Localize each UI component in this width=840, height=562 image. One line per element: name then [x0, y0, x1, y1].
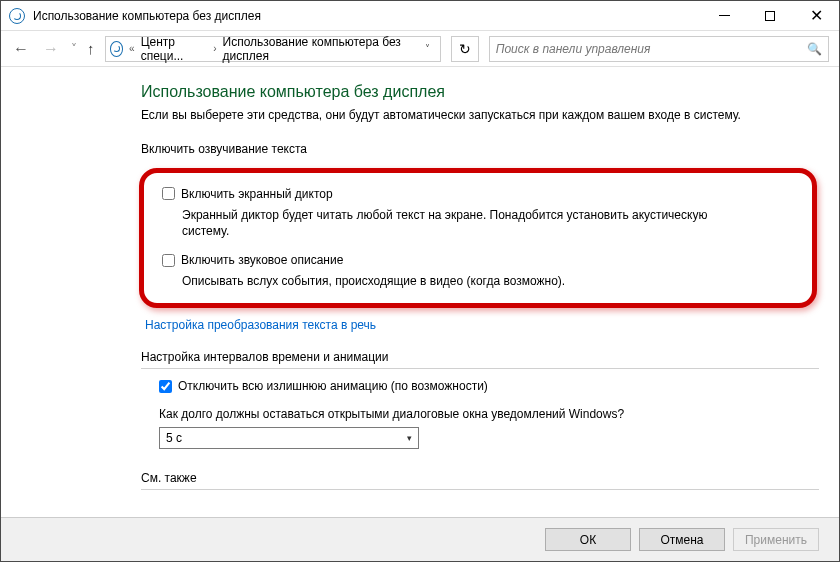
footer: ОК Отмена Применить: [1, 517, 839, 561]
animation-option: Отключить всю излишнюю анимацию (по возм…: [159, 379, 819, 393]
apply-button[interactable]: Применить: [733, 528, 819, 551]
close-button[interactable]: ✕: [793, 1, 839, 31]
accessibility-icon: [9, 8, 25, 24]
address-dropdown[interactable]: ˅: [419, 43, 436, 54]
highlight-annotation: Включить экранный диктор Экранный диктор…: [139, 168, 817, 309]
page-title: Использование компьютера без дисплея: [141, 83, 819, 101]
section-header-narration: Включить озвучивание текста: [141, 142, 819, 160]
notification-duration-label: Как долго должны оставаться открытыми ди…: [159, 407, 819, 421]
tts-settings-link[interactable]: Настройка преобразования текста в речь: [145, 318, 819, 332]
content-area: Использование компьютера без дисплея Есл…: [1, 67, 839, 517]
cancel-button[interactable]: Отмена: [639, 528, 725, 551]
narrator-checkbox[interactable]: [162, 187, 175, 200]
narrator-checkbox-row[interactable]: Включить экранный диктор: [162, 187, 794, 201]
search-icon: 🔍: [807, 42, 822, 56]
up-button[interactable]: ↑: [87, 40, 95, 57]
audio-desc-checkbox[interactable]: [162, 254, 175, 267]
audio-desc-label: Включить звуковое описание: [181, 253, 343, 267]
narrator-option: Включить экранный диктор Экранный диктор…: [162, 187, 794, 239]
animation-checkbox[interactable]: [159, 380, 172, 393]
breadcrumb-item[interactable]: Центр специ...: [141, 35, 208, 63]
audio-desc-option: Включить звуковое описание Описывать всл…: [162, 253, 794, 289]
animation-checkbox-row[interactable]: Отключить всю излишнюю анимацию (по возм…: [159, 379, 819, 393]
select-value: 5 с: [166, 431, 407, 445]
search-input[interactable]: Поиск в панели управления 🔍: [489, 36, 829, 62]
titlebar: Использование компьютера без дисплея ✕: [1, 1, 839, 31]
narrator-description: Экранный диктор будет читать любой текст…: [182, 207, 742, 239]
nav-separator: ˅: [71, 42, 77, 56]
see-also-header: См. также: [141, 471, 819, 490]
minimize-button[interactable]: [701, 1, 747, 31]
window: Использование компьютера без дисплея ✕ ←…: [0, 0, 840, 562]
audio-desc-checkbox-row[interactable]: Включить звуковое описание: [162, 253, 794, 267]
section-header-timing: Настройка интервалов времени и анимации: [141, 350, 819, 369]
accessibility-icon: [110, 41, 124, 57]
notification-duration-select[interactable]: 5 с ▾: [159, 427, 419, 449]
ok-button[interactable]: ОК: [545, 528, 631, 551]
navbar: ← → ˅ ↑ « Центр специ... › Использование…: [1, 31, 839, 67]
breadcrumb-item[interactable]: Использование компьютера без дисплея: [223, 35, 412, 63]
chevron-right-icon: ›: [211, 43, 218, 54]
window-title: Использование компьютера без дисплея: [33, 9, 701, 23]
chevron-right-icon: «: [127, 43, 137, 54]
animation-label: Отключить всю излишнюю анимацию (по возм…: [178, 379, 488, 393]
forward-button[interactable]: →: [41, 39, 61, 59]
breadcrumb-bar[interactable]: « Центр специ... › Использование компьют…: [105, 36, 441, 62]
page-description: Если вы выберете эти средства, они будут…: [141, 107, 741, 124]
maximize-button[interactable]: [747, 1, 793, 31]
chevron-down-icon: ▾: [407, 433, 412, 443]
refresh-button[interactable]: ↻: [451, 36, 479, 62]
audio-desc-description: Описывать вслух события, происходящие в …: [182, 273, 742, 289]
window-controls: ✕: [701, 1, 839, 31]
back-button[interactable]: ←: [11, 39, 31, 59]
narrator-label: Включить экранный диктор: [181, 187, 333, 201]
search-placeholder: Поиск в панели управления: [496, 42, 807, 56]
